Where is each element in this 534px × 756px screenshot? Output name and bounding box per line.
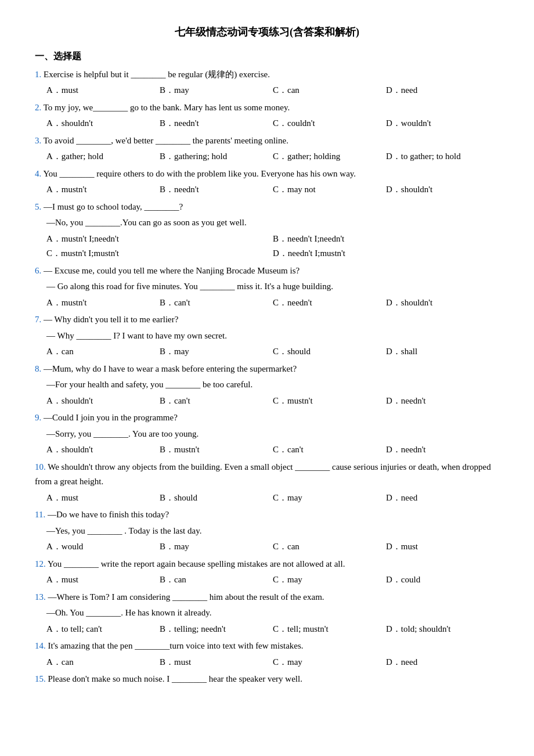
options-row: A．mustn'tB．needn'tC．may notD．shouldn't [35,182,499,197]
option: D．needn't [386,442,499,458]
option: C．may [273,655,386,670]
question-text: 3. To avoid ________, we'd better ______… [35,134,499,149]
option: C．tell; mustn't [273,622,386,637]
option: A．can [46,655,160,670]
question-block: 15. Please don't make so much noise. I _… [35,672,499,687]
option: B．mustn't [160,442,273,458]
option: C．mustn't [273,394,386,409]
option: B．can't [160,394,273,409]
question-text: 2. To my joy, we________ go to the bank.… [35,100,499,116]
option: D．told; shouldn't [386,622,499,637]
options-row: A．mustn't I;needn'tB．needn't I;needn'tC．… [35,232,499,261]
option: B．should [160,491,273,506]
option: D．needn't [386,394,499,409]
options-row: A．gather; holdB．gathering; holdC．gather;… [35,149,499,164]
question-block: 4. You ________ require others to do wit… [35,167,499,197]
option: B．may [160,83,273,98]
options-row: A．to tell; can'tB．telling; needn'tC．tell… [35,622,499,637]
option: C．can't [273,442,386,458]
option: C．should [273,344,386,359]
options-row: A．shouldn'tB．mustn'tC．can'tD．needn't [35,442,499,458]
question-text: 6. — Excuse me, could you tell me where … [35,264,499,279]
option: D．shouldn't [386,296,499,311]
question-block: 5. —I must go to school today, ________?… [35,200,499,261]
question-text: 5. —I must go to school today, ________? [35,200,499,215]
options-row: A．mustn'tB．can'tC．needn'tD．shouldn't [35,296,499,311]
option: C．gather; holding [273,149,386,164]
option: A．can [46,344,160,359]
option: D．shouldn't [386,182,499,197]
question-block: 10. We shouldn't throw any objects from … [35,460,499,506]
option: D．wouldn't [386,116,499,131]
question-block: 12. You ________ write the report again … [35,557,499,588]
option: A．shouldn't [46,442,160,458]
dialog-line: — Go along this road for five minutes. Y… [35,279,499,294]
option: B．may [160,539,273,555]
question-text: 11. —Do we have to finish this today? [35,507,499,523]
option: C．may not [273,182,386,197]
options-row: A．wouldB．mayC．canD．must [35,539,499,555]
option: C．can [273,83,386,98]
option: B．telling; needn't [160,622,273,637]
option: A．would [46,539,160,555]
option: B．needn't [160,182,273,197]
options-row: A．mustB．shouldC．mayD．need [35,491,499,506]
option: D．must [386,539,499,555]
option: A．shouldn't [46,394,160,409]
options-row: A．mustB．canC．mayD．could [35,573,499,588]
option: B．needn't [160,116,273,131]
option: A．to tell; can't [46,622,160,637]
question-text: 10. We shouldn't throw any objects from … [35,460,499,489]
option: A．must [46,491,160,506]
options-row: A．mustB．mayC．canD．need [35,83,499,98]
option: B．needn't I;needn't [273,232,499,247]
option: B．can [160,573,273,588]
option: A．must [46,83,160,98]
option: B．can't [160,296,273,311]
question-block: 8. —Mum, why do I have to wear a mask be… [35,362,499,409]
dialog-line: —Yes, you ________ . Today is the last d… [35,524,499,539]
option: C．can [273,539,386,555]
question-block: 7. — Why didn't you tell it to me earlie… [35,312,499,359]
option: C．may [273,573,386,588]
question-text: 4. You ________ require others to do wit… [35,167,499,182]
question-text: 8. —Mum, why do I have to wear a mask be… [35,362,499,377]
question-block: 6. — Excuse me, could you tell me where … [35,264,499,311]
question-text: 13. —Where is Tom? I am considering ____… [35,590,499,605]
options-row: A．canB．mayC．shouldD．shall [35,344,499,359]
section-title: 一、选择题 [35,48,499,64]
question-text: 15. Please don't make so much noise. I _… [35,672,499,687]
question-block: 3. To avoid ________, we'd better ______… [35,134,499,164]
question-text: 7. — Why didn't you tell it to me earlie… [35,312,499,327]
question-text: 12. You ________ write the report again … [35,557,499,572]
options-row: A．shouldn'tB．can'tC．mustn'tD．needn't [35,394,499,409]
question-block: 2. To my joy, we________ go to the bank.… [35,100,499,131]
page-title: 七年级情态动词专项练习(含答案和解析) [35,23,499,41]
option: C．mustn't I;mustn't [46,246,273,261]
option: C．couldn't [273,116,386,131]
option: A．mustn't I;needn't [46,232,273,247]
question-block: 9. —Could I join you in the programme?—S… [35,411,499,458]
option: A．must [46,573,160,588]
question-block: 11. —Do we have to finish this today?—Ye… [35,507,499,555]
dialog-line: —Sorry, you ________. You are too young. [35,427,499,442]
option: D．need [386,83,499,98]
option: B．must [160,655,273,670]
options-row: A．canB．mustC．mayD．need [35,655,499,670]
option: A．mustn't [46,182,160,197]
option: B．may [160,344,273,359]
option: D．shall [386,344,499,359]
options-row: A．shouldn'tB．needn'tC．couldn'tD．wouldn't [35,116,499,131]
question-text: 9. —Could I join you in the programme? [35,411,499,426]
option: A．mustn't [46,296,160,311]
option: C．may [273,491,386,506]
option: C．needn't [273,296,386,311]
option: D．need [386,655,499,670]
option: A．shouldn't [46,116,160,131]
dialog-line: —No, you ________.You can go as soon as … [35,215,499,231]
option: D．to gather; to hold [386,149,499,164]
dialog-line: —For your health and safety, you _______… [35,377,499,393]
option: D．needn't I;mustn't [273,246,499,261]
option: B．gathering; hold [160,149,273,164]
question-text: 1. Exercise is helpful but it ________ b… [35,67,499,82]
